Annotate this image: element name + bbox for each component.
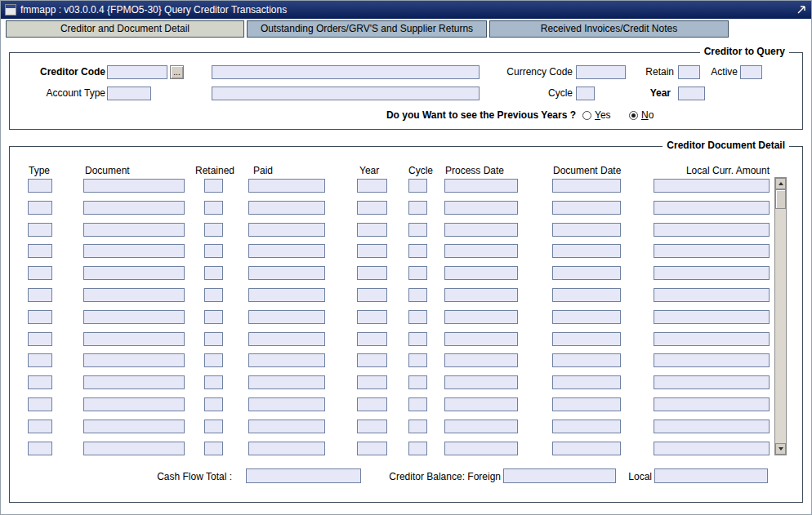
cell-document-date[interactable]: [552, 201, 621, 215]
cell-local-amount[interactable]: [654, 266, 770, 280]
creditor-code-lov-button[interactable]: ...: [170, 65, 184, 79]
cell-type[interactable]: [28, 223, 52, 237]
cell-document-date[interactable]: [552, 375, 621, 389]
cell-document[interactable]: [83, 332, 185, 346]
cell-retained[interactable]: [204, 310, 223, 324]
cell-type[interactable]: [28, 353, 52, 367]
cell-cycle[interactable]: [408, 353, 427, 367]
cell-cycle[interactable]: [408, 179, 427, 193]
creditor-name-field[interactable]: [212, 65, 480, 79]
cell-cycle[interactable]: [408, 201, 427, 215]
cell-year[interactable]: [357, 442, 387, 455]
cell-process-date[interactable]: [444, 266, 518, 280]
cell-process-date[interactable]: [444, 179, 518, 193]
cell-paid[interactable]: [248, 420, 325, 433]
cell-document[interactable]: [83, 201, 185, 215]
cell-retained[interactable]: [204, 353, 223, 367]
creditor-code-field[interactable]: [107, 65, 167, 79]
cell-cycle[interactable]: [408, 310, 427, 324]
cell-type[interactable]: [28, 244, 52, 258]
cell-local-amount[interactable]: [654, 179, 770, 193]
cell-document[interactable]: [83, 397, 185, 411]
cell-year[interactable]: [357, 353, 387, 367]
cell-year[interactable]: [357, 288, 387, 302]
currency-code-field[interactable]: [576, 65, 626, 79]
cell-year[interactable]: [357, 179, 387, 193]
cell-process-date[interactable]: [444, 244, 518, 258]
cell-document[interactable]: [83, 244, 185, 258]
cell-document[interactable]: [83, 223, 185, 237]
cell-cycle[interactable]: [408, 223, 427, 237]
cell-paid[interactable]: [248, 244, 325, 258]
cell-process-date[interactable]: [444, 201, 518, 215]
cell-year[interactable]: [357, 332, 387, 346]
cell-process-date[interactable]: [444, 442, 518, 455]
cell-year[interactable]: [357, 201, 387, 215]
cell-document-date[interactable]: [552, 332, 621, 346]
titlebar-corner-icon[interactable]: [796, 4, 807, 16]
cycle-field[interactable]: [576, 87, 595, 100]
tab-creditor-and-document-detail[interactable]: Creditor and Document Detail: [6, 20, 244, 38]
cell-process-date[interactable]: [444, 353, 518, 367]
cell-local-amount[interactable]: [654, 223, 770, 237]
cell-type[interactable]: [28, 179, 52, 193]
cell-document-date[interactable]: [552, 397, 621, 411]
cell-local-amount[interactable]: [654, 332, 770, 346]
cell-document-date[interactable]: [552, 353, 621, 367]
cell-document[interactable]: [83, 442, 185, 455]
cell-local-amount[interactable]: [654, 244, 770, 258]
cell-document[interactable]: [83, 266, 185, 280]
creditor-balance-local-field[interactable]: [654, 468, 768, 483]
cell-paid[interactable]: [248, 310, 325, 324]
previous-years-yes-radio[interactable]: [582, 111, 591, 120]
grid-scrollbar[interactable]: [774, 177, 787, 455]
creditor-balance-foreign-field[interactable]: [503, 468, 616, 483]
cell-retained[interactable]: [204, 332, 223, 346]
cell-year[interactable]: [357, 397, 387, 411]
cell-cycle[interactable]: [408, 397, 427, 411]
cell-cycle[interactable]: [408, 442, 427, 455]
cell-document-date[interactable]: [552, 244, 621, 258]
previous-years-no-label[interactable]: No: [641, 109, 654, 122]
cell-retained[interactable]: [204, 201, 223, 215]
cell-type[interactable]: [28, 310, 52, 324]
cell-year[interactable]: [357, 420, 387, 433]
cell-local-amount[interactable]: [654, 288, 770, 302]
account-type-description-field[interactable]: [212, 87, 480, 100]
cell-paid[interactable]: [248, 442, 325, 455]
cell-paid[interactable]: [248, 397, 325, 411]
cell-local-amount[interactable]: [654, 310, 770, 324]
cell-process-date[interactable]: [444, 397, 518, 411]
cell-type[interactable]: [28, 266, 52, 280]
cell-document[interactable]: [83, 375, 185, 389]
cell-process-date[interactable]: [444, 420, 518, 433]
cell-cycle[interactable]: [408, 288, 427, 302]
cell-document-date[interactable]: [552, 266, 621, 280]
cell-process-date[interactable]: [444, 310, 518, 324]
cell-year[interactable]: [357, 266, 387, 280]
cell-process-date[interactable]: [444, 288, 518, 302]
cell-local-amount[interactable]: [654, 420, 770, 433]
cell-paid[interactable]: [248, 179, 325, 193]
scrollbar-thumb[interactable]: [775, 189, 786, 209]
scroll-up-button[interactable]: [775, 178, 786, 189]
cell-paid[interactable]: [248, 353, 325, 367]
cell-paid[interactable]: [248, 332, 325, 346]
cell-process-date[interactable]: [444, 223, 518, 237]
previous-years-no-radio[interactable]: [629, 111, 638, 120]
cell-local-amount[interactable]: [654, 375, 770, 389]
account-type-field[interactable]: [107, 87, 151, 100]
previous-years-yes-label[interactable]: Yes: [595, 109, 611, 122]
cell-process-date[interactable]: [444, 332, 518, 346]
cell-local-amount[interactable]: [654, 353, 770, 367]
cell-retained[interactable]: [204, 266, 223, 280]
cell-document-date[interactable]: [552, 420, 621, 433]
cell-retained[interactable]: [204, 375, 223, 389]
cell-cycle[interactable]: [408, 332, 427, 346]
cell-document[interactable]: [83, 288, 185, 302]
cell-year[interactable]: [357, 310, 387, 324]
cell-type[interactable]: [28, 442, 52, 455]
cell-type[interactable]: [28, 201, 52, 215]
titlebar[interactable]: fmmapp : v03.0.0.4 {FPMO5-30} Query Cred…: [1, 1, 811, 19]
cell-document-date[interactable]: [552, 442, 621, 455]
